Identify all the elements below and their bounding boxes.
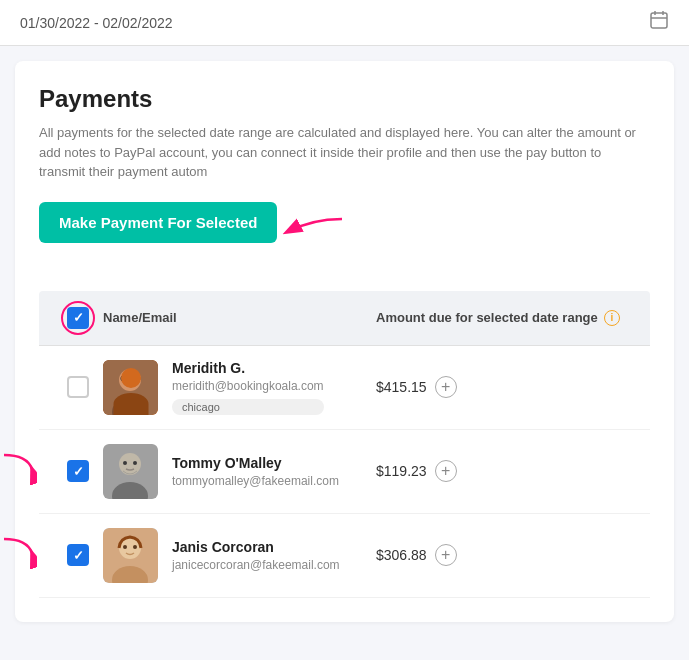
svg-point-24 — [133, 545, 137, 549]
svg-point-23 — [123, 545, 127, 549]
header-checkbox-col — [53, 301, 103, 335]
row-1-avatar — [103, 360, 158, 415]
row-3-add-button[interactable]: + — [435, 544, 457, 566]
row-2-email: tommyomalley@fakeemail.com — [172, 474, 339, 488]
row-3-amount: $306.88 — [376, 547, 427, 563]
table-row: Meridith G. meridith@bookingkoala.com ch… — [39, 346, 650, 430]
row-2-name: Tommy O'Malley — [172, 455, 339, 471]
date-range-text: 01/30/2022 - 02/02/2022 — [20, 15, 173, 31]
row-3-user-info: Janis Corcoran janicecorcoran@fakeemail.… — [172, 539, 340, 572]
row-2-checkbox[interactable] — [67, 460, 89, 482]
svg-rect-11 — [132, 376, 140, 381]
svg-point-6 — [119, 369, 141, 391]
svg-rect-5 — [103, 360, 158, 415]
row-2-amount: $119.23 — [376, 463, 427, 479]
svg-point-9 — [133, 376, 137, 380]
row-3-email: janicecorcoran@fakeemail.com — [172, 558, 340, 572]
header-name-col: Name/Email — [103, 310, 376, 325]
row-2-arrow — [0, 450, 37, 492]
amount-info-icon[interactable]: i — [604, 310, 620, 326]
row-2-checkbox-col — [53, 460, 103, 482]
row-1-checkbox[interactable] — [67, 376, 89, 398]
row-1-add-button[interactable]: + — [435, 376, 457, 398]
row-3-arrow — [0, 534, 37, 576]
arrow-annotation — [282, 214, 347, 254]
svg-point-7 — [112, 398, 148, 415]
svg-rect-10 — [121, 376, 129, 381]
svg-rect-0 — [651, 13, 667, 28]
row-2-user-info: Tommy O'Malley tommyomalley@fakeemail.co… — [172, 455, 339, 488]
row-1-name: Meridith G. — [172, 360, 324, 376]
row-3-checkbox-col — [53, 544, 103, 566]
table-header: Name/Email Amount due for selected date … — [39, 291, 650, 346]
header-amount-col: Amount due for selected date range i — [376, 310, 636, 326]
svg-point-15 — [119, 453, 141, 475]
row-2-add-button[interactable]: + — [435, 460, 457, 482]
row-1-email: meridith@bookingkoala.com — [172, 379, 324, 393]
row-2-amount-col: $119.23 + — [376, 460, 636, 482]
svg-point-18 — [133, 461, 137, 465]
row-1-user: Meridith G. meridith@bookingkoala.com ch… — [103, 360, 376, 415]
page-description: All payments for the selected date range… — [39, 123, 650, 182]
svg-point-8 — [123, 376, 127, 380]
row-1-tag: chicago — [172, 399, 324, 415]
row-2-user: Tommy O'Malley tommyomalley@fakeemail.co… — [103, 444, 376, 499]
header-select-all-circle — [61, 301, 95, 335]
page-title: Payments — [39, 85, 650, 113]
payments-table: Name/Email Amount due for selected date … — [39, 291, 650, 598]
row-1-user-info: Meridith G. meridith@bookingkoala.com ch… — [172, 360, 324, 415]
row-1-amount: $415.15 — [376, 379, 427, 395]
main-content: Payments All payments for the selected d… — [15, 61, 674, 622]
header-amount-label: Amount due for selected date range — [376, 310, 598, 325]
row-1-amount-col: $415.15 + — [376, 376, 636, 398]
row-3-amount-col: $306.88 + — [376, 544, 636, 566]
row-2-avatar — [103, 444, 158, 499]
row-1-checkbox-col — [53, 376, 103, 398]
select-all-checkbox[interactable] — [67, 307, 89, 329]
svg-point-17 — [123, 461, 127, 465]
calendar-icon[interactable] — [649, 10, 669, 35]
table-row: Janis Corcoran janicecorcoran@fakeemail.… — [39, 514, 650, 598]
table-row: Tommy O'Malley tommyomalley@fakeemail.co… — [39, 430, 650, 514]
row-3-name: Janis Corcoran — [172, 539, 340, 555]
row-3-avatar — [103, 528, 158, 583]
date-bar: 01/30/2022 - 02/02/2022 — [0, 0, 689, 46]
make-payment-button[interactable]: Make Payment For Selected — [39, 202, 277, 243]
row-3-user: Janis Corcoran janicecorcoran@fakeemail.… — [103, 528, 376, 583]
row-3-checkbox[interactable] — [67, 544, 89, 566]
